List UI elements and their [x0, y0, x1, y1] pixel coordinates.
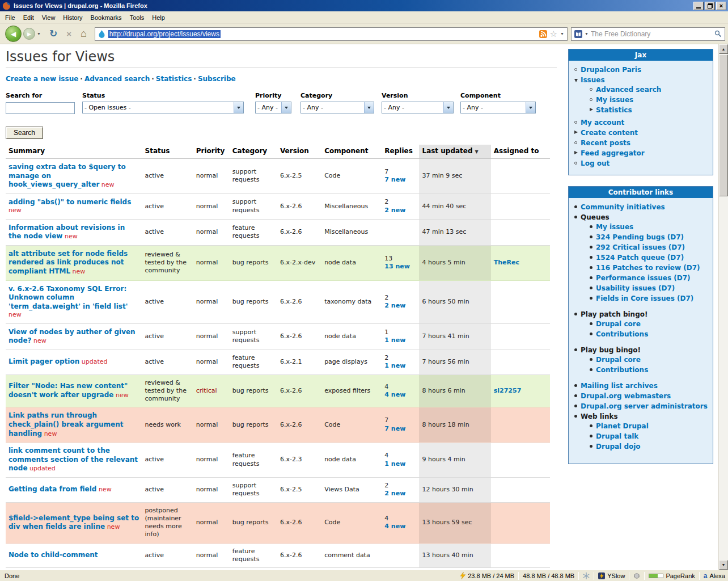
- new-replies-link[interactable]: 1 new: [384, 460, 405, 468]
- sidebar-link[interactable]: 116 Patches to review (D7): [596, 264, 700, 272]
- sidebar-link[interactable]: Recent posts: [581, 139, 630, 147]
- bookmark-star-icon[interactable]: ☆: [550, 30, 557, 38]
- reload-button[interactable]: ↻: [49, 28, 57, 40]
- priority-select[interactable]: - Any -: [255, 102, 291, 113]
- menu-view[interactable]: View: [38, 12, 60, 23]
- column-header-category[interactable]: Category: [230, 145, 277, 159]
- column-header-summary[interactable]: Summary: [6, 145, 142, 159]
- sidebar-link[interactable]: Drupal core: [596, 320, 641, 328]
- action-link-statistics[interactable]: Statistics: [156, 75, 192, 83]
- magnifier-icon[interactable]: [714, 30, 722, 37]
- sidebar-link[interactable]: My account: [581, 119, 624, 127]
- action-link-create-a-new-issue[interactable]: Create a new issue: [6, 75, 78, 83]
- scroll-up-button[interactable]: ▲: [719, 44, 728, 54]
- menu-tools[interactable]: Tools: [126, 12, 149, 23]
- column-header-priority[interactable]: Priority: [193, 145, 230, 159]
- sidebar-link[interactable]: Feed aggregator: [581, 149, 645, 157]
- sidebar-link[interactable]: Drupal dojo: [596, 443, 641, 451]
- new-replies-link[interactable]: 4 new: [384, 391, 405, 398]
- issue-link[interactable]: Getting data from field: [9, 485, 96, 493]
- back-button[interactable]: ◀: [5, 26, 22, 42]
- sidebar-link[interactable]: My issues: [596, 96, 633, 104]
- sidebar-link[interactable]: Statistics: [596, 106, 632, 114]
- action-link-subscribe[interactable]: Subscribe: [198, 75, 236, 83]
- issue-link[interactable]: v. 6.x-2.6 Taxonomy SQL Error: Unknown c…: [9, 285, 128, 310]
- location-bar[interactable]: http://drupal.org/project/issues/views ☆…: [95, 27, 568, 41]
- new-replies-link[interactable]: 1 new: [384, 362, 405, 369]
- sidebar-link[interactable]: Drupal.org webmasters: [581, 392, 671, 400]
- column-header-last-updated[interactable]: Last updated▼: [419, 145, 490, 159]
- column-header-version[interactable]: Version: [277, 145, 321, 159]
- alexa-panel[interactable]: a Alexa: [702, 572, 727, 580]
- search-input[interactable]: The Free Dictionary: [591, 30, 712, 38]
- home-button[interactable]: ⌂: [81, 28, 87, 40]
- sidebar-link[interactable]: Fields in Core issues (D7): [596, 294, 693, 302]
- sidebar-link[interactable]: Drupalcon Paris: [581, 66, 641, 74]
- issue-link[interactable]: Node to child-comment: [9, 551, 98, 559]
- forward-button[interactable]: ▶: [23, 28, 35, 40]
- url-dropdown-icon[interactable]: ▼: [560, 32, 564, 36]
- column-header-status[interactable]: Status: [142, 145, 193, 159]
- menu-history[interactable]: History: [59, 12, 86, 23]
- issue-link[interactable]: View of nodes by auther of given node?: [9, 328, 136, 345]
- sidebar-link[interactable]: Drupal.org server administrators: [581, 402, 708, 410]
- site-favicon[interactable]: [98, 30, 105, 38]
- sidebar-link[interactable]: Advanced search: [596, 86, 661, 94]
- restore-button[interactable]: [705, 2, 715, 10]
- extension-panel[interactable]: [581, 572, 591, 579]
- sidebar-link[interactable]: Planet Drupal: [596, 422, 649, 430]
- issue-link[interactable]: Link paths run through check_plain() bre…: [9, 411, 123, 437]
- assigned-user-link[interactable]: sl27257: [494, 387, 522, 394]
- new-replies-link[interactable]: 2 new: [384, 207, 405, 214]
- minimize-button[interactable]: [693, 2, 704, 10]
- snowflake-extension-icon[interactable]: [583, 572, 590, 579]
- stop-button[interactable]: ×: [66, 29, 71, 39]
- sidebar-link[interactable]: Performance issues (D7): [596, 274, 691, 282]
- issue-link[interactable]: adding "abs()" to numeric fields: [9, 198, 131, 206]
- search-for-input[interactable]: [6, 102, 75, 114]
- sidebar-link[interactable]: Usability issues (D7): [596, 284, 675, 292]
- menu-file[interactable]: File: [1, 12, 19, 23]
- url-text[interactable]: http://drupal.org/project/issues/views: [108, 30, 221, 38]
- sidebar-link[interactable]: Drupal core: [596, 356, 641, 364]
- new-replies-link[interactable]: 2 new: [384, 302, 405, 309]
- new-replies-link[interactable]: 7 new: [384, 425, 405, 432]
- sidebar-link[interactable]: 1524 Patch queue (D7): [596, 254, 684, 262]
- rss-feed-icon[interactable]: [539, 30, 547, 38]
- search-button[interactable]: Search: [6, 127, 43, 139]
- history-dropdown-button[interactable]: ▼: [37, 32, 41, 36]
- scrollbar-thumb[interactable]: [719, 54, 728, 196]
- yslow-panel[interactable]: YSlow: [596, 572, 627, 579]
- sidebar-link[interactable]: Contributions: [596, 366, 648, 374]
- menu-bookmarks[interactable]: Bookmarks: [87, 12, 126, 23]
- engine-dropdown-icon[interactable]: ▼: [585, 32, 589, 36]
- menu-edit[interactable]: Edit: [19, 12, 38, 23]
- sidebar-link[interactable]: My issues: [596, 223, 633, 231]
- component-select[interactable]: - Any -: [460, 102, 536, 113]
- sidebar-link[interactable]: Create content: [581, 129, 638, 137]
- new-replies-link[interactable]: 7 new: [384, 176, 405, 183]
- issue-link[interactable]: Filter "Node: Has new content" doesn't w…: [9, 382, 128, 399]
- issue-link[interactable]: alt attribute set for node fields render…: [9, 250, 128, 275]
- new-replies-link[interactable]: 1 new: [384, 336, 405, 344]
- search-engine-icon[interactable]: [574, 30, 582, 38]
- action-link-advanced-search[interactable]: Advanced search: [84, 75, 150, 83]
- scroll-down-button[interactable]: ▼: [719, 560, 728, 570]
- sidebar-link[interactable]: 292 Critical issues (D7): [596, 243, 685, 251]
- sidebar-link[interactable]: Contributions: [596, 330, 648, 338]
- new-replies-link[interactable]: 13 new: [384, 263, 410, 270]
- sidebar-link[interactable]: Mailing list archives: [581, 382, 658, 390]
- new-replies-link[interactable]: 2 new: [384, 490, 405, 497]
- firebug-panel[interactable]: [632, 572, 642, 579]
- sidebar-link[interactable]: Community initiatives: [581, 203, 665, 211]
- category-select[interactable]: - Any -: [300, 102, 374, 113]
- sidebar-link[interactable]: 324 Pending bugs (D7): [596, 233, 684, 241]
- scrollbar-track[interactable]: [719, 54, 728, 560]
- vertical-scrollbar[interactable]: ▲ ▼: [718, 44, 728, 570]
- column-header-assigned-to[interactable]: Assigned to: [491, 145, 550, 159]
- sidebar-link[interactable]: Log out: [581, 159, 610, 167]
- sidebar-link[interactable]: Drupal talk: [596, 432, 638, 440]
- search-bar[interactable]: ▼ The Free Dictionary: [571, 27, 725, 41]
- version-select[interactable]: - Any -: [382, 102, 454, 113]
- assigned-user-link[interactable]: TheRec: [494, 259, 519, 266]
